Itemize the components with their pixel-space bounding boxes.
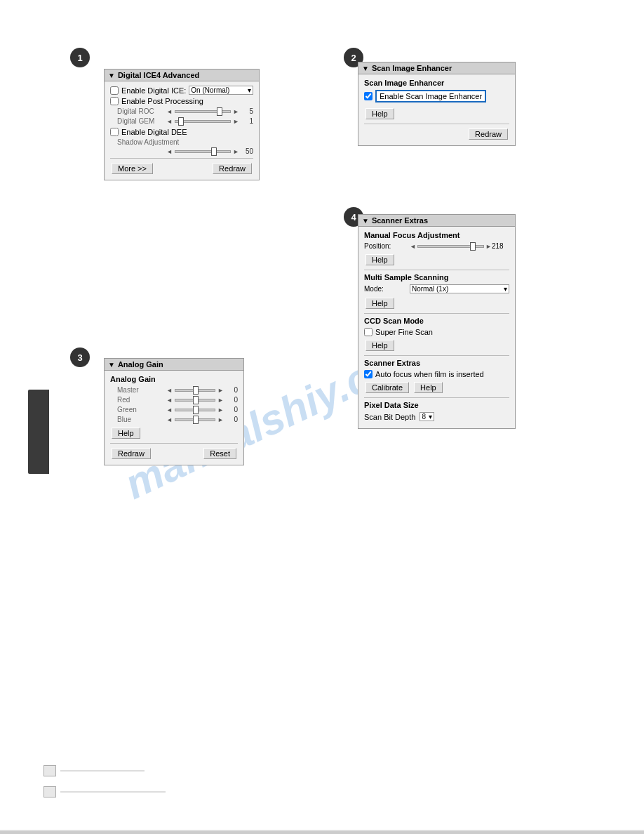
green-slider-track[interactable] [175,409,215,411]
pos-arrow-right[interactable]: ► [485,243,492,250]
master-slider-track[interactable] [175,389,215,392]
enable-scan-enhancer-label: Enable Scan Image Enhancer [380,92,482,100]
green-arrow-right[interactable]: ► [217,406,224,413]
roc-value: 5 [239,107,253,115]
mode-row: Mode: Normal (1x) ▾ [364,284,509,293]
page: manualshiy.com 1 2 3 4 ▼ Digital ICE4 Ad… [0,0,644,834]
auto-focus-row: Auto focus when film is inserted [364,370,509,378]
red-arrow-left[interactable]: ◄ [166,397,173,404]
bullet-1: 1 [70,48,90,67]
roc-slider-track[interactable] [175,110,231,113]
ice-redraw-button[interactable]: Redraw [213,163,252,174]
ccd-help-button[interactable]: Help [365,340,394,351]
enable-post-row: Enable Post Processing [110,97,253,105]
scanner-extras-section-header: Scanner Extras [364,359,509,367]
blue-slider-thumb[interactable] [193,416,199,424]
green-slider-thumb[interactable] [193,406,199,414]
ice-mode-dropdown[interactable]: On (Normal) ▾ [189,86,253,95]
master-arrow-right[interactable]: ► [217,387,224,394]
bottom-icon-2 [43,786,56,797]
master-label: Master [117,386,166,394]
green-row: Green ◄ ► 0 [110,406,238,413]
green-value: 0 [224,406,238,413]
scanner-extras-help-button[interactable]: Help [414,382,443,393]
bottom-row-1 [43,765,145,776]
analog-gain-reset-button[interactable]: Reset [203,448,236,459]
blue-arrow-left[interactable]: ◄ [166,416,173,423]
divider-1 [110,158,253,159]
panel-digital-ice-title: ▼ Digital ICE4 Advanced [105,70,259,81]
red-slider-track[interactable] [175,399,215,402]
enable-ice-checkbox[interactable] [110,86,119,95]
scan-bit-depth-row: Scan Bit Depth 8 ▾ [364,412,509,421]
multi-sample-help-button[interactable]: Help [365,298,394,309]
panel-scan-enhancer: ▼ Scan Image Enhancer Scan Image Enhance… [358,62,516,146]
roc-slider-thumb[interactable] [217,107,222,116]
gem-arrow-right[interactable]: ► [233,118,239,125]
extras-div4 [364,397,509,398]
scan-enhancer-help-button[interactable]: Help [365,108,394,119]
master-arrow-left[interactable]: ◄ [166,387,173,394]
shadow-arrow-left[interactable]: ◄ [166,148,173,155]
gem-slider-track[interactable] [175,120,231,123]
analog-gain-redraw-button[interactable]: Redraw [112,448,151,459]
position-slider-track[interactable] [417,245,484,248]
shadow-arrow-right[interactable]: ► [233,148,239,155]
analog-gain-help-button[interactable]: Help [112,428,140,439]
red-row: Red ◄ ► 0 [110,396,238,404]
blue-arrow-right[interactable]: ► [217,416,224,423]
more-button[interactable]: More >> [112,163,153,174]
roc-arrow-right[interactable]: ► [233,108,239,115]
auto-focus-checkbox[interactable] [364,370,373,378]
scan-bit-arrow-icon: ▾ [429,413,432,421]
enable-dee-row: Enable Digital DEE [110,128,253,136]
super-fine-checkbox[interactable] [364,328,373,336]
position-label: Position: [364,242,410,250]
position-row: Position: ◄ ► 218 [364,242,509,250]
manual-focus-help-button[interactable]: Help [365,254,394,265]
gem-arrow-left[interactable]: ◄ [166,118,173,125]
mode-dropdown[interactable]: Normal (1x) ▾ [410,284,509,293]
mode-arrow-icon: ▾ [504,285,507,293]
scan-bit-dropdown[interactable]: 8 ▾ [420,412,434,421]
shadow-slider-track[interactable] [175,150,231,153]
panel-analog-gain-title-text: Analog Gain [118,360,163,369]
red-value: 0 [224,396,238,404]
panel-scanner-extras-title: ▼ Scanner Extras [358,215,515,227]
scan-redraw-row: Redraw [364,127,509,141]
panel-analog-gain-content: Analog Gain Master ◄ ► 0 Red ◄ ► 0 [105,371,243,465]
panel-digital-ice-content: Enable Digital ICE: On (Normal) ▾ Enable… [105,81,259,180]
scan-enhancer-arrow-icon: ▼ [362,65,369,72]
ice-buttons-row: More >> Redraw [110,161,253,176]
red-slider-thumb[interactable] [193,396,199,404]
enable-ice-label: Enable Digital ICE: [121,86,186,95]
extras-div2 [364,313,509,314]
pos-arrow-left[interactable]: ◄ [410,243,416,250]
blue-value: 0 [224,416,238,423]
gem-slider-thumb[interactable] [178,117,184,126]
enable-scan-enhancer-checkbox[interactable] [364,92,373,100]
roc-arrow-left[interactable]: ◄ [166,108,173,115]
blue-slider-track[interactable] [175,418,215,421]
red-arrow-right[interactable]: ► [217,397,224,404]
scanner-extras-arrow-icon: ▼ [362,217,369,225]
bullet-3: 3 [70,348,90,367]
scan-enhancer-redraw-button[interactable]: Redraw [469,128,508,140]
calibrate-button[interactable]: Calibrate [365,382,409,393]
bottom-row-2 [43,786,166,797]
gem-value: 1 [239,117,253,125]
position-slider-thumb[interactable] [470,242,476,251]
ccd-scan-header: CCD Scan Mode [364,317,509,325]
enable-dee-checkbox[interactable] [110,128,119,136]
shadow-slider-thumb[interactable] [211,147,217,156]
digital-gem-label: Digital GEM [117,117,166,125]
digital-roc-label: Digital ROC [117,107,166,115]
blue-label: Blue [117,416,166,423]
panel-scanner-extras-content: Manual Focus Adjustment Position: ◄ ► 21… [358,227,515,428]
enable-post-checkbox[interactable] [110,97,119,105]
analog-gain-arrow-icon: ▼ [108,361,115,369]
green-arrow-left[interactable]: ◄ [166,406,173,413]
master-slider-thumb[interactable] [193,386,199,395]
scan-bit-value: 8 [422,413,426,421]
panel-scan-enhancer-content: Scan Image Enhancer Enable Scan Image En… [358,74,515,145]
